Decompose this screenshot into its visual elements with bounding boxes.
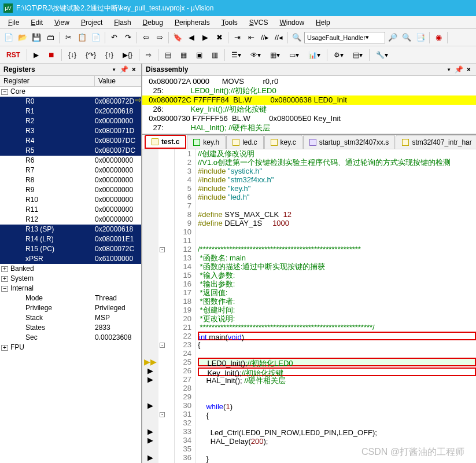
saveall-icon[interactable]: 🗃	[44, 31, 57, 44]
disasm-line[interactable]: 0x08000730 F7FFFF56 BL.W 0x080005E0 Key_…	[142, 114, 476, 123]
menu-peripherals[interactable]: Peripherals	[170, 17, 215, 28]
window-sym-icon[interactable]: ▣	[192, 49, 206, 61]
disasm-line[interactable]: 0x0800072A 0000 MOVS r0,r0	[142, 77, 476, 86]
marker[interactable]	[142, 167, 158, 175]
menu-window[interactable]: Window	[275, 17, 309, 28]
menu-flash[interactable]: Flash	[109, 17, 135, 28]
marker[interactable]	[142, 271, 158, 280]
tab-stm32f407_intr_har[interactable]: stm32f407_intr_har	[396, 135, 476, 149]
marker[interactable]	[142, 288, 158, 297]
code-line[interactable]: *函数名: main	[198, 253, 476, 262]
indent-icon[interactable]: ⇥	[231, 31, 243, 44]
code-line[interactable]: #include "led.h"	[198, 193, 476, 201]
register-row[interactable]: R50x080007DC	[0, 146, 141, 156]
code-line[interactable]: *函数的描述:通过中断实现按键的捕获	[198, 262, 476, 271]
marker[interactable]	[142, 418, 158, 427]
window-watch-icon[interactable]: 👁▾	[246, 49, 265, 61]
comment-icon[interactable]: //▸	[259, 31, 271, 44]
panel-pin-icon[interactable]: 📌	[453, 65, 465, 74]
register-row[interactable]: +Banked	[0, 264, 141, 274]
code-line[interactable]: HAL_Delay(200);	[198, 437, 476, 446]
register-row[interactable]: R10x20000618	[0, 106, 141, 116]
debug-icon[interactable]: ◉	[432, 31, 445, 44]
tab-test-c[interactable]: test.c	[145, 135, 186, 149]
code-line[interactable]: //创建及修改说明	[198, 149, 476, 158]
copy-icon[interactable]: 📋	[76, 31, 88, 44]
code-line[interactable]: {	[198, 411, 476, 420]
marker[interactable]	[142, 184, 158, 193]
marker[interactable]: ▶	[142, 427, 158, 436]
register-row[interactable]: States2833	[0, 323, 141, 333]
marker[interactable]: ▶	[142, 375, 158, 384]
cut-icon[interactable]: ✂	[62, 31, 75, 44]
bookmark-clear-icon[interactable]: ✖	[213, 31, 226, 44]
bookmark-icon[interactable]: 🔖	[171, 31, 184, 44]
marker[interactable]	[142, 158, 158, 167]
run-icon[interactable]: ▶	[29, 49, 43, 61]
new-icon[interactable]: 📄	[2, 31, 15, 44]
findnext-icon[interactable]: 🔎	[386, 31, 399, 44]
save-icon[interactable]: 💾	[30, 31, 43, 44]
code-line[interactable]: /***************************************…	[198, 245, 476, 253]
window-reg-icon[interactable]: ▥	[208, 49, 222, 61]
tab-startup_stm32f407xx-s[interactable]: startup_stm32f407xx.s	[303, 135, 396, 149]
findfiles-icon[interactable]: 📑	[414, 31, 427, 44]
code-line[interactable]: *输出参数:	[198, 280, 476, 288]
code-line[interactable]: *创建时间:	[198, 306, 476, 314]
stop-icon[interactable]: ⏹	[44, 49, 59, 61]
marker[interactable]	[142, 245, 158, 253]
marker[interactable]	[142, 227, 158, 236]
code-line[interactable]: Key_Init();//初始化按键	[198, 368, 476, 376]
code-line[interactable]: *更改说明:	[198, 314, 476, 323]
window-sys-icon[interactable]: ▤▾	[349, 49, 367, 61]
reset-icon[interactable]: RST	[2, 49, 24, 61]
register-row[interactable]: +FPU	[0, 343, 141, 352]
register-row[interactable]: +System	[0, 274, 141, 284]
disasm-line[interactable]: ⇨ 0x0800072C F7FFFF84 BL.W 0x08000638 LE…	[142, 95, 476, 105]
paste-icon[interactable]: 📄	[90, 31, 102, 44]
marker[interactable]	[142, 262, 158, 271]
register-row[interactable]: R80x00000000	[0, 175, 141, 185]
panel-close-icon[interactable]: ×	[465, 65, 473, 74]
marker[interactable]	[142, 280, 158, 288]
stepout-icon[interactable]: {↑}	[101, 49, 117, 61]
marker[interactable]	[142, 297, 158, 306]
nav-fwd-icon[interactable]: ⇨	[153, 31, 166, 44]
marker[interactable]: ▶▶	[142, 358, 158, 366]
tab-led-c[interactable]: led.c	[226, 135, 263, 149]
register-row[interactable]: R60x00000000	[0, 156, 141, 166]
panel-menu-icon[interactable]: ▾	[445, 65, 453, 74]
menu-debug[interactable]: Debug	[138, 17, 168, 28]
open-icon[interactable]: 📂	[16, 31, 29, 44]
register-row[interactable]: R90x00000000	[0, 185, 141, 195]
menu-view[interactable]: View	[50, 17, 74, 28]
marker[interactable]	[142, 210, 158, 219]
marker[interactable]	[142, 384, 158, 392]
register-row[interactable]: R40x080007DC	[0, 136, 141, 146]
menu-project[interactable]: Project	[76, 17, 107, 28]
register-row[interactable]: R20x00000000	[0, 116, 141, 126]
register-row[interactable]: R110x00000000	[0, 205, 141, 215]
register-row[interactable]: R100x00000000	[0, 195, 141, 205]
window-call-icon[interactable]: ☰▾	[227, 49, 245, 61]
uncomment-icon[interactable]: //◂	[272, 31, 285, 44]
marker[interactable]: ▶	[142, 366, 158, 375]
step-icon[interactable]: {↓}	[64, 49, 80, 61]
fold-icon[interactable]: -	[160, 343, 165, 348]
stepover-icon[interactable]: {↷}	[82, 49, 100, 61]
panel-pin-icon[interactable]: 📌	[118, 65, 130, 74]
register-row[interactable]: R00x0800072D	[0, 97, 141, 106]
findprev-icon[interactable]: 🔍	[400, 31, 413, 44]
menu-tools[interactable]: Tools	[217, 17, 242, 28]
register-row[interactable]: R120x00000000	[0, 215, 141, 225]
toolbox-icon[interactable]: 🔧▾	[372, 49, 392, 61]
disasm-line[interactable]: 26: Key_Init();//初始化按键	[142, 105, 476, 114]
marker[interactable]: ▶	[142, 453, 158, 462]
register-row[interactable]: −Core	[0, 87, 141, 97]
code-line[interactable]	[198, 349, 476, 358]
marker[interactable]	[142, 349, 158, 358]
window-trace-icon[interactable]: ⚙▾	[330, 49, 348, 61]
marker[interactable]	[142, 340, 158, 349]
find-icon[interactable]: 🔍	[290, 31, 303, 44]
marker[interactable]	[142, 253, 158, 262]
